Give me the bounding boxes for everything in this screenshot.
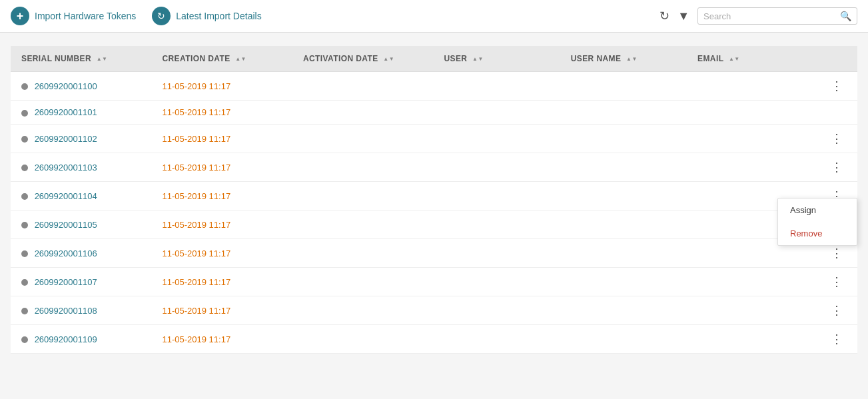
col-email[interactable]: EMAIL ▲▼ <box>687 46 813 72</box>
sort-icon-activation: ▲▼ <box>383 57 394 62</box>
email-cell <box>687 125 813 153</box>
table-row: 2609920001104 11-05-2019 11:17⋮ <box>11 182 857 210</box>
latest-import-btn[interactable]: ↻ Latest Import Details <box>152 7 261 25</box>
table-body: 2609920001100 11-05-2019 11:17⋮ 26099200… <box>11 72 857 354</box>
row-actions-button[interactable]: ⋮ <box>827 160 847 175</box>
email-cell <box>687 153 813 182</box>
activation-date <box>292 325 433 354</box>
row-actions-button[interactable]: ⋮ <box>827 79 847 93</box>
row-actions-button[interactable]: ⋮ <box>827 332 847 346</box>
import-hardware-tokens-btn[interactable]: + Import Hardware Tokens <box>11 7 136 25</box>
serial-link[interactable]: 2609920001106 <box>35 248 97 258</box>
user-cell <box>433 268 560 296</box>
serial-link[interactable]: 2609920001109 <box>35 334 97 344</box>
table-row: 2609920001105 11-05-2019 11:17⋮ <box>11 210 857 239</box>
refresh-button[interactable]: ↻ <box>659 9 669 23</box>
user-cell <box>433 210 560 239</box>
status-dot <box>21 336 28 343</box>
user-cell <box>433 296 560 325</box>
creation-date: 11-05-2019 11:17 <box>162 163 230 173</box>
sort-icon-user: ▲▼ <box>472 57 484 62</box>
sort-icon-serial: ▲▼ <box>97 57 108 62</box>
serial-link[interactable]: 2609920001101 <box>35 107 97 117</box>
row-actions-button[interactable]: ⋮ <box>827 131 847 146</box>
creation-date: 11-05-2019 11:17 <box>162 107 230 117</box>
username-cell <box>560 125 687 153</box>
row-actions-button[interactable]: ⋮ <box>827 303 847 318</box>
table-container: SERIAL NUMBER ▲▼ CREATION DATE ▲▼ ACTIVA… <box>0 33 868 354</box>
email-cell <box>687 101 813 125</box>
remove-menu-item[interactable]: Remove <box>778 222 857 245</box>
status-dot <box>21 165 28 171</box>
creation-date: 11-05-2019 11:17 <box>162 306 230 316</box>
status-dot <box>21 193 28 200</box>
sort-icon-username: ▲▼ <box>626 57 638 62</box>
creation-date: 11-05-2019 11:17 <box>162 334 230 344</box>
username-cell <box>560 296 687 325</box>
table-row: 2609920001103 11-05-2019 11:17⋮ <box>11 153 857 182</box>
status-dot <box>21 279 28 286</box>
user-cell <box>433 182 560 210</box>
username-cell <box>560 182 687 210</box>
activation-date <box>292 125 433 153</box>
toolbar-right: ↻ ▼ 🔍 <box>659 7 857 25</box>
plus-icon: + <box>11 7 29 25</box>
serial-link[interactable]: 2609920001103 <box>35 163 97 173</box>
col-username[interactable]: USER NAME ▲▼ <box>560 46 687 72</box>
username-cell <box>560 153 687 182</box>
table-row: 2609920001102 11-05-2019 11:17⋮ <box>11 125 857 153</box>
col-serial-number[interactable]: SERIAL NUMBER ▲▼ <box>11 46 151 72</box>
serial-link[interactable]: 2609920001102 <box>35 134 97 144</box>
sort-icon-email: ▲▼ <box>729 57 740 62</box>
serial-link[interactable]: 2609920001105 <box>35 220 97 230</box>
table-row: 2609920001107 11-05-2019 11:17⋮ <box>11 268 857 296</box>
creation-date: 11-05-2019 11:17 <box>162 134 230 144</box>
col-activation-date[interactable]: ACTIVATION DATE ▲▼ <box>292 46 433 72</box>
filter-button[interactable]: ▼ <box>677 9 689 23</box>
user-cell <box>433 125 560 153</box>
status-dot <box>21 83 28 90</box>
context-menu: Assign Remove <box>777 198 857 246</box>
activation-date <box>292 72 433 101</box>
status-dot <box>21 110 28 117</box>
serial-link[interactable]: 2609920001104 <box>35 191 97 201</box>
creation-date: 11-05-2019 11:17 <box>162 248 230 258</box>
user-cell <box>433 72 560 101</box>
col-user[interactable]: USER ▲▼ <box>433 46 560 72</box>
user-cell <box>433 239 560 268</box>
search-wrapper: 🔍 <box>697 7 857 25</box>
serial-link[interactable]: 2609920001100 <box>35 81 97 91</box>
activation-date <box>292 153 433 182</box>
serial-link[interactable]: 2609920001108 <box>35 306 97 316</box>
creation-date: 11-05-2019 11:17 <box>162 191 230 201</box>
username-cell <box>560 101 687 125</box>
table-row: 2609920001100 11-05-2019 11:17⋮ <box>11 72 857 101</box>
activation-date <box>292 296 433 325</box>
col-creation-date[interactable]: CREATION DATE ▲▼ <box>151 46 292 72</box>
assign-menu-item[interactable]: Assign <box>778 199 857 222</box>
username-cell <box>560 325 687 354</box>
tokens-table: SERIAL NUMBER ▲▼ CREATION DATE ▲▼ ACTIVA… <box>11 46 857 354</box>
email-cell <box>687 325 813 354</box>
activation-date <box>292 268 433 296</box>
username-cell <box>560 72 687 101</box>
col-actions <box>813 46 857 72</box>
username-cell <box>560 239 687 268</box>
username-cell <box>560 268 687 296</box>
import-label: Import Hardware Tokens <box>35 11 136 21</box>
refresh-icon: ↻ <box>152 7 171 25</box>
creation-date: 11-05-2019 11:17 <box>162 220 230 230</box>
activation-date <box>292 210 433 239</box>
activation-date <box>292 101 433 125</box>
email-cell <box>687 296 813 325</box>
status-dot <box>21 136 28 143</box>
user-cell <box>433 153 560 182</box>
sort-icon-creation: ▲▼ <box>235 57 246 62</box>
row-actions-button[interactable]: ⋮ <box>827 246 847 260</box>
row-actions-button[interactable]: ⋮ <box>827 274 847 289</box>
status-dot <box>21 222 28 228</box>
serial-link[interactable]: 2609920001107 <box>35 277 97 287</box>
search-input[interactable] <box>703 11 840 21</box>
table-row: 2609920001109 11-05-2019 11:17⋮ <box>11 325 857 354</box>
latest-label: Latest Import Details <box>176 11 261 21</box>
